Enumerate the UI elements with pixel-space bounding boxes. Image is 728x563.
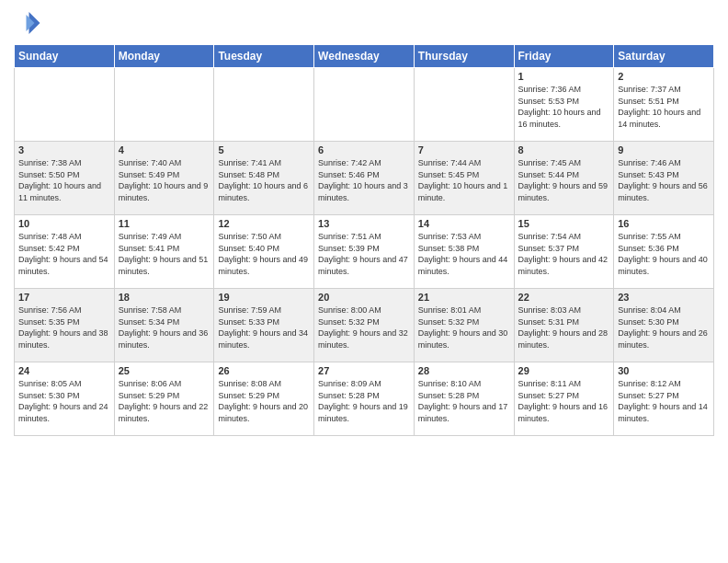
calendar-cell: 30Sunrise: 8:12 AM Sunset: 5:27 PM Dayli… — [614, 362, 714, 436]
calendar-cell: 3Sunrise: 7:38 AM Sunset: 5:50 PM Daylig… — [15, 142, 115, 215]
calendar-cell: 5Sunrise: 7:41 AM Sunset: 5:48 PM Daylig… — [214, 142, 314, 215]
calendar-cell: 23Sunrise: 8:04 AM Sunset: 5:30 PM Dayli… — [614, 289, 714, 362]
day-number: 3 — [18, 144, 110, 155]
calendar-cell: 15Sunrise: 7:54 AM Sunset: 5:37 PM Dayli… — [514, 215, 614, 289]
day-info: Sunrise: 8:12 AM Sunset: 5:27 PM Dayligh… — [618, 378, 710, 424]
day-info: Sunrise: 8:04 AM Sunset: 5:30 PM Dayligh… — [618, 304, 710, 350]
day-number: 2 — [618, 71, 710, 82]
calendar-weekday-header: Tuesday — [214, 45, 314, 68]
day-info: Sunrise: 7:41 AM Sunset: 5:48 PM Dayligh… — [218, 157, 310, 203]
day-number: 26 — [218, 365, 310, 376]
day-number: 28 — [418, 365, 510, 376]
day-number: 21 — [418, 292, 510, 303]
day-number: 7 — [418, 144, 510, 155]
day-number: 11 — [119, 218, 210, 229]
day-number: 17 — [18, 292, 110, 303]
day-info: Sunrise: 7:56 AM Sunset: 5:35 PM Dayligh… — [18, 304, 110, 350]
day-info: Sunrise: 8:08 AM Sunset: 5:29 PM Dayligh… — [218, 378, 310, 424]
calendar-cell: 6Sunrise: 7:42 AM Sunset: 5:46 PM Daylig… — [314, 142, 415, 215]
day-info: Sunrise: 7:36 AM Sunset: 5:53 PM Dayligh… — [518, 84, 610, 130]
day-info: Sunrise: 7:37 AM Sunset: 5:51 PM Dayligh… — [618, 84, 710, 130]
calendar-cell — [114, 68, 214, 142]
day-info: Sunrise: 7:55 AM Sunset: 5:36 PM Dayligh… — [618, 231, 710, 277]
calendar-cell: 11Sunrise: 7:49 AM Sunset: 5:41 PM Dayli… — [114, 215, 214, 289]
calendar-weekday-header: Monday — [114, 45, 214, 68]
day-info: Sunrise: 7:42 AM Sunset: 5:46 PM Dayligh… — [318, 157, 410, 203]
day-info: Sunrise: 8:03 AM Sunset: 5:31 PM Dayligh… — [518, 304, 610, 350]
day-number: 4 — [119, 144, 210, 155]
calendar-cell: 28Sunrise: 8:10 AM Sunset: 5:28 PM Dayli… — [414, 362, 514, 436]
day-info: Sunrise: 8:09 AM Sunset: 5:28 PM Dayligh… — [318, 378, 410, 424]
day-number: 16 — [618, 218, 710, 229]
calendar-cell: 4Sunrise: 7:40 AM Sunset: 5:49 PM Daylig… — [114, 142, 214, 215]
calendar-cell: 21Sunrise: 8:01 AM Sunset: 5:32 PM Dayli… — [414, 289, 514, 362]
calendar-cell — [414, 68, 514, 142]
day-number: 19 — [218, 292, 310, 303]
day-info: Sunrise: 7:45 AM Sunset: 5:44 PM Dayligh… — [518, 157, 610, 203]
day-info: Sunrise: 7:51 AM Sunset: 5:39 PM Dayligh… — [318, 231, 410, 277]
day-number: 25 — [119, 365, 210, 376]
calendar-cell: 9Sunrise: 7:46 AM Sunset: 5:43 PM Daylig… — [614, 142, 714, 215]
day-info: Sunrise: 7:50 AM Sunset: 5:40 PM Dayligh… — [218, 231, 310, 277]
day-number: 30 — [618, 365, 710, 376]
calendar-weekday-header: Saturday — [614, 45, 714, 68]
calendar-cell — [214, 68, 314, 142]
calendar-cell: 22Sunrise: 8:03 AM Sunset: 5:31 PM Dayli… — [514, 289, 614, 362]
header — [14, 9, 714, 37]
calendar-cell: 2Sunrise: 7:37 AM Sunset: 5:51 PM Daylig… — [614, 68, 714, 142]
day-info: Sunrise: 7:49 AM Sunset: 5:41 PM Dayligh… — [119, 231, 210, 277]
calendar-cell: 25Sunrise: 8:06 AM Sunset: 5:29 PM Dayli… — [114, 362, 214, 436]
day-info: Sunrise: 7:44 AM Sunset: 5:45 PM Dayligh… — [418, 157, 510, 203]
calendar-week-row: 24Sunrise: 8:05 AM Sunset: 5:30 PM Dayli… — [15, 362, 714, 436]
calendar-weekday-header: Sunday — [15, 45, 115, 68]
day-number: 5 — [218, 144, 310, 155]
calendar-cell: 18Sunrise: 7:58 AM Sunset: 5:34 PM Dayli… — [114, 289, 214, 362]
calendar-cell: 7Sunrise: 7:44 AM Sunset: 5:45 PM Daylig… — [414, 142, 514, 215]
calendar-cell: 24Sunrise: 8:05 AM Sunset: 5:30 PM Dayli… — [15, 362, 115, 436]
calendar-cell: 27Sunrise: 8:09 AM Sunset: 5:28 PM Dayli… — [314, 362, 415, 436]
day-info: Sunrise: 8:10 AM Sunset: 5:28 PM Dayligh… — [418, 378, 510, 424]
logo — [14, 9, 45, 37]
calendar-week-row: 1Sunrise: 7:36 AM Sunset: 5:53 PM Daylig… — [15, 68, 714, 142]
calendar-cell: 26Sunrise: 8:08 AM Sunset: 5:29 PM Dayli… — [214, 362, 314, 436]
day-number: 27 — [318, 365, 410, 376]
calendar-cell: 14Sunrise: 7:53 AM Sunset: 5:38 PM Dayli… — [414, 215, 514, 289]
day-info: Sunrise: 7:58 AM Sunset: 5:34 PM Dayligh… — [119, 304, 210, 350]
day-info: Sunrise: 7:54 AM Sunset: 5:37 PM Dayligh… — [518, 231, 610, 277]
day-number: 20 — [318, 292, 410, 303]
day-info: Sunrise: 7:59 AM Sunset: 5:33 PM Dayligh… — [218, 304, 310, 350]
day-number: 14 — [418, 218, 510, 229]
calendar-week-row: 10Sunrise: 7:48 AM Sunset: 5:42 PM Dayli… — [15, 215, 714, 289]
day-info: Sunrise: 7:46 AM Sunset: 5:43 PM Dayligh… — [618, 157, 710, 203]
day-number: 24 — [18, 365, 110, 376]
calendar-cell: 17Sunrise: 7:56 AM Sunset: 5:35 PM Dayli… — [15, 289, 115, 362]
day-info: Sunrise: 8:11 AM Sunset: 5:27 PM Dayligh… — [518, 378, 610, 424]
day-number: 12 — [218, 218, 310, 229]
calendar-week-row: 17Sunrise: 7:56 AM Sunset: 5:35 PM Dayli… — [15, 289, 714, 362]
calendar-cell: 29Sunrise: 8:11 AM Sunset: 5:27 PM Dayli… — [514, 362, 614, 436]
day-info: Sunrise: 7:48 AM Sunset: 5:42 PM Dayligh… — [18, 231, 110, 277]
day-info: Sunrise: 7:53 AM Sunset: 5:38 PM Dayligh… — [418, 231, 510, 277]
calendar-cell: 1Sunrise: 7:36 AM Sunset: 5:53 PM Daylig… — [514, 68, 614, 142]
day-number: 22 — [518, 292, 610, 303]
day-number: 13 — [318, 218, 410, 229]
day-info: Sunrise: 8:01 AM Sunset: 5:32 PM Dayligh… — [418, 304, 510, 350]
page: SundayMondayTuesdayWednesdayThursdayFrid… — [0, 0, 728, 445]
day-number: 18 — [119, 292, 210, 303]
calendar-weekday-header: Friday — [514, 45, 614, 68]
calendar-weekday-header: Thursday — [414, 45, 514, 68]
calendar-header-row: SundayMondayTuesdayWednesdayThursdayFrid… — [15, 45, 714, 68]
calendar-cell — [15, 68, 115, 142]
day-number: 6 — [318, 144, 410, 155]
day-number: 15 — [518, 218, 610, 229]
calendar-cell: 20Sunrise: 8:00 AM Sunset: 5:32 PM Dayli… — [314, 289, 415, 362]
day-info: Sunrise: 8:00 AM Sunset: 5:32 PM Dayligh… — [318, 304, 410, 350]
calendar-cell — [314, 68, 415, 142]
day-number: 10 — [18, 218, 110, 229]
calendar-cell: 12Sunrise: 7:50 AM Sunset: 5:40 PM Dayli… — [214, 215, 314, 289]
calendar-cell: 10Sunrise: 7:48 AM Sunset: 5:42 PM Dayli… — [15, 215, 115, 289]
day-info: Sunrise: 8:06 AM Sunset: 5:29 PM Dayligh… — [119, 378, 210, 424]
day-info: Sunrise: 7:38 AM Sunset: 5:50 PM Dayligh… — [18, 157, 110, 203]
calendar-table: SundayMondayTuesdayWednesdayThursdayFrid… — [14, 44, 714, 436]
calendar-cell: 16Sunrise: 7:55 AM Sunset: 5:36 PM Dayli… — [614, 215, 714, 289]
